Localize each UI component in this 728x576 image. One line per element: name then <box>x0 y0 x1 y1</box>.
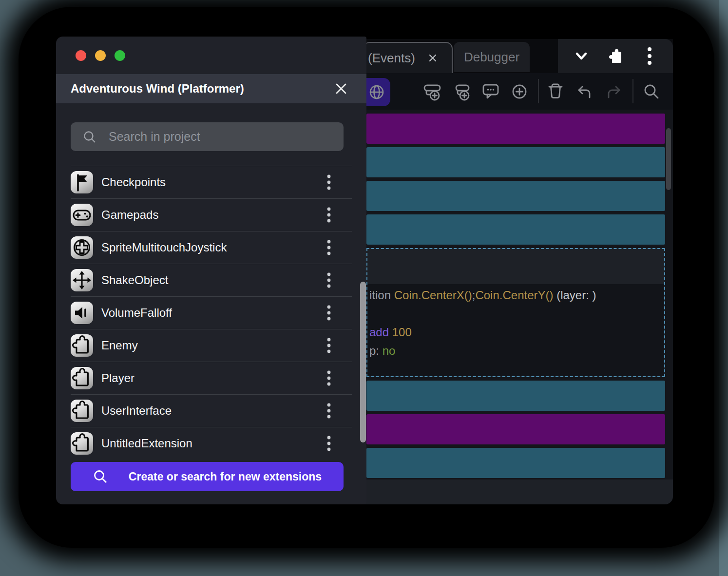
add-subevent-button[interactable] <box>451 81 473 102</box>
globe-icon <box>367 82 386 102</box>
kebab-menu-icon[interactable] <box>322 403 336 419</box>
extension-row[interactable]: UserInterface <box>71 394 352 427</box>
circle-plus-button[interactable] <box>509 81 530 102</box>
speaker-icon <box>71 302 93 324</box>
tab-debugger[interactable]: Debugger <box>454 42 530 72</box>
search-placeholder: Search in project <box>109 130 200 144</box>
kebab-white-icon[interactable] <box>639 45 660 67</box>
move-icon <box>71 269 93 291</box>
desktop-edge <box>719 0 728 576</box>
comment-button[interactable] <box>480 81 501 102</box>
joystick-icon <box>71 236 93 259</box>
kebab-menu-icon[interactable] <box>322 305 336 321</box>
gamepad-icon <box>71 204 93 226</box>
search-button[interactable] <box>641 81 662 102</box>
event-code-line: p: no <box>369 343 664 359</box>
puzzle-icon <box>71 367 93 389</box>
event-list: ition Coin.CenterX();Coin.CenterY() (lay… <box>366 114 665 478</box>
extension-label: Enemy <box>101 339 322 352</box>
kebab-menu-icon[interactable] <box>322 435 336 452</box>
event-row[interactable] <box>366 147 665 177</box>
extension-label: UserInterface <box>101 404 322 418</box>
toolbar-divider <box>632 79 633 103</box>
scrollbar-thumb[interactable] <box>666 128 671 190</box>
event-row[interactable] <box>366 381 665 411</box>
close-tab-icon[interactable] <box>428 53 438 63</box>
extension-label: UntitledExtension <box>101 437 322 450</box>
search-icon <box>93 469 108 484</box>
create-extension-label: Create or search for new extensions <box>129 470 322 483</box>
extension-row[interactable]: ShakeObject <box>71 264 352 296</box>
extension-row[interactable]: Enemy <box>71 329 352 362</box>
extension-label: Gamepads <box>101 208 322 222</box>
puzzle-icon <box>71 400 93 422</box>
event-row[interactable] <box>366 448 665 478</box>
extension-label: SpriteMultitouchJoystick <box>101 241 322 254</box>
window-controls <box>558 39 673 73</box>
scrollbar-thumb[interactable] <box>360 282 366 442</box>
traffic-light-close[interactable] <box>76 50 86 61</box>
editor-window: (Events) Debugger <box>363 39 673 504</box>
extension-row[interactable]: VolumeFalloff <box>71 296 352 329</box>
extension-label: Player <box>101 371 322 385</box>
traffic-lights <box>76 50 125 61</box>
trash-button[interactable] <box>545 81 566 102</box>
tab-bar: (Events) Debugger <box>363 39 673 73</box>
chevron-down-icon[interactable] <box>571 45 592 67</box>
event-row[interactable] <box>366 214 665 245</box>
extension-list: Checkpoints Gamepads SpriteMultitouchJoy… <box>71 166 352 460</box>
search-input[interactable]: Search in project <box>71 122 344 151</box>
puzzle-icon <box>71 432 93 455</box>
redo-button[interactable] <box>603 81 625 102</box>
desktop: (Events) Debugger <box>0 0 728 576</box>
event-row[interactable] <box>366 414 665 444</box>
event-row-selected[interactable]: ition Coin.CenterX();Coin.CenterY() (lay… <box>366 248 665 377</box>
extension-row[interactable]: SpriteMultitouchJoystick <box>71 231 352 264</box>
traffic-light-zoom[interactable] <box>115 50 125 61</box>
event-row[interactable] <box>366 181 665 211</box>
project-title: Adventurous Wind (Platformer) <box>71 82 334 96</box>
drawer-header: Adventurous Wind (Platformer) <box>56 74 366 103</box>
flag-icon <box>71 171 93 193</box>
add-event-button[interactable] <box>421 81 443 102</box>
kebab-menu-icon[interactable] <box>322 337 336 354</box>
tab-events-label: (Events) <box>368 51 415 66</box>
event-actions-area: ition Coin.CenterX();Coin.CenterY() (lay… <box>367 284 664 376</box>
kebab-menu-icon[interactable] <box>322 370 336 386</box>
extension-label: Checkpoints <box>101 175 322 189</box>
events-sheet-footer <box>363 480 673 504</box>
event-code-line: ition Coin.CenterX();Coin.CenterY() (lay… <box>369 287 664 304</box>
puzzle-icon <box>71 334 93 357</box>
events-sheet: ition Coin.CenterX();Coin.CenterY() (lay… <box>363 110 673 504</box>
tab-debugger-label: Debugger <box>464 50 519 65</box>
project-drawer: Adventurous Wind (Platformer) Search in … <box>56 37 366 504</box>
globe-button[interactable] <box>363 78 390 106</box>
extension-label: ShakeObject <box>101 273 322 287</box>
event-code-line: add 100 <box>369 324 664 341</box>
search-icon <box>82 130 97 144</box>
event-row[interactable] <box>366 114 665 144</box>
toolbar-divider <box>538 79 539 103</box>
kebab-menu-icon[interactable] <box>322 239 336 256</box>
extension-row[interactable]: Gamepads <box>71 198 352 231</box>
kebab-menu-icon[interactable] <box>322 207 336 223</box>
extension-row[interactable]: Player <box>71 362 352 394</box>
events-toolbar <box>363 73 673 110</box>
kebab-menu-icon[interactable] <box>322 272 336 288</box>
create-extension-button[interactable]: Create or search for new extensions <box>71 462 344 491</box>
puzzle-white-icon[interactable] <box>605 45 626 67</box>
extension-row[interactable]: Checkpoints <box>71 166 352 198</box>
extension-label: VolumeFalloff <box>101 306 322 320</box>
undo-button[interactable] <box>574 81 595 102</box>
extension-row[interactable]: UntitledExtension <box>71 427 352 460</box>
kebab-menu-icon[interactable] <box>322 174 336 191</box>
tab-events[interactable]: (Events) <box>363 42 453 73</box>
traffic-light-minimize[interactable] <box>95 50 106 61</box>
close-drawer-icon[interactable] <box>334 82 348 96</box>
